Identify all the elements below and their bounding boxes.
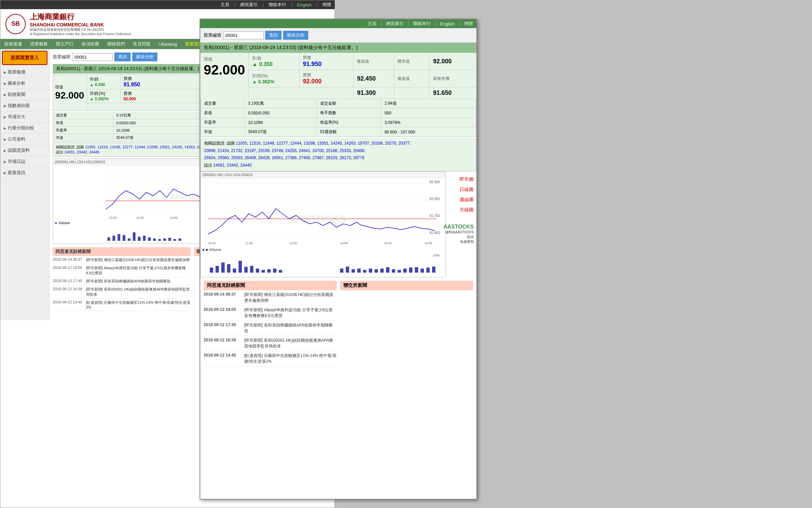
chevron-right-icon: ▶ xyxy=(4,171,6,175)
menu-faq[interactable]: 常見問題 xyxy=(129,39,155,49)
sidebar-item-stock-quote[interactable]: ▶ 股票報價 xyxy=(0,67,49,78)
popup-lot-value: 500 xyxy=(381,108,476,118)
popup-yield-label: 收益率(%) xyxy=(316,118,381,127)
popup-prev-label: 前收市價 xyxy=(433,76,473,82)
popup-chart-link-weekly[interactable]: 週線圖 xyxy=(459,197,474,203)
popup-nav-home[interactable]: 主頁 xyxy=(368,21,377,27)
sidebar-item-warrant[interactable]: ▶ 認股證資料 xyxy=(0,145,49,156)
svg-text:AASTOCKS: AASTOCKS xyxy=(289,213,346,224)
sidebar-item-chart[interactable]: ▶ 圖表分析 xyxy=(0,78,49,89)
svg-rect-72 xyxy=(262,270,265,273)
popup-stock-info-header: 長和(00001) - 星期三 (2018-09-19 14:23:53) (資… xyxy=(200,43,476,53)
current-price-value: 92.000 xyxy=(55,90,85,101)
popup-chart-link-daily[interactable]: 日線圖 xyxy=(459,187,474,193)
popup-news-section: 阿思達克財經新聞 2018-09-14 08:37 [即市新聞] 傳長江基建(0… xyxy=(200,277,476,370)
svg-rect-65 xyxy=(221,262,225,273)
menu-financial[interactable]: 財經速遞 xyxy=(0,39,26,49)
svg-rect-27 xyxy=(158,239,161,241)
popup-chart-link-intraday[interactable]: 即市圖 xyxy=(459,176,474,183)
mktcap-label: 市值 xyxy=(53,134,113,142)
popup-news-item-2: 2018-09-12 18:05 [即市新聞] AlipayHK推利是功能 分享… xyxy=(204,305,337,321)
query-button[interactable]: 查詢 xyxy=(114,52,131,61)
svg-rect-80 xyxy=(363,270,366,273)
popup-turnover-label: 成交金額 xyxy=(316,99,381,108)
menu-account[interactable]: 開立戶口 xyxy=(52,39,77,49)
svg-rect-82 xyxy=(375,269,378,273)
popup-nav-contact[interactable]: 聯絡本行 xyxy=(413,21,431,27)
svg-text:10:00: 10:00 xyxy=(208,241,216,245)
sidebar-item-company[interactable]: ▶ 公司資料 xyxy=(0,134,49,145)
menu-securities[interactable]: 證券服務 xyxy=(26,39,52,49)
svg-rect-76 xyxy=(340,269,343,273)
sidebar-login-button[interactable]: 股票買賣登入 xyxy=(2,51,47,65)
buy-label: 買價 xyxy=(123,76,198,82)
news-item-5: 2018-09-12 14:45 [虹邊資情] 石藥與中生跌幅擴至11%-14%… xyxy=(53,299,190,311)
popup-chart-button[interactable]: 圖表分析 xyxy=(283,31,308,40)
news-item-2: 2018-09-12 18:05 [即市新聞] AlipayHK推利是功能 分享… xyxy=(53,264,190,277)
bank-reg1: 根據證券及期貨條例第別旨冊機構 CE No.AAJ281 xyxy=(30,27,131,32)
svg-rect-71 xyxy=(256,269,259,273)
popup-stock-code-input[interactable] xyxy=(223,31,264,39)
svg-text:91.450: 91.450 xyxy=(429,231,440,235)
svg-rect-64 xyxy=(216,266,219,273)
main-nav-simplified[interactable]: 簡體 xyxy=(322,2,331,8)
svg-text:10:00: 10:00 xyxy=(109,216,117,219)
popup-subscribe-label: 相關認股證: 認購 xyxy=(204,141,236,146)
chevron-right-icon: ▶ xyxy=(4,160,6,164)
sidebar-item-market-top[interactable]: ▶ 市場廿大 xyxy=(0,111,49,123)
main-nav-contact[interactable]: 聯絡本行 xyxy=(269,2,286,8)
popup-mktcap-value: 3549.07億 xyxy=(245,127,317,137)
bank-name-block: 上海商業銀行 SHANGHAI COMMERCIAL BANK 根據證券及期貨條… xyxy=(30,12,131,36)
chevron-right-icon: ▶ xyxy=(4,93,6,97)
popup-query-button[interactable]: 查詢 xyxy=(265,31,281,40)
popup-nav-simplified[interactable]: 簡體 xyxy=(464,21,473,27)
svg-rect-87 xyxy=(403,269,407,273)
pe-value: 10.1099 xyxy=(113,127,204,134)
main-nav-english[interactable]: English xyxy=(297,2,312,7)
svg-rect-66 xyxy=(227,264,230,273)
news-item-1: 2018-09-14 08:37 [即市新聞] 傳長江基建(01038.HK)探… xyxy=(53,256,190,264)
svg-rect-23 xyxy=(138,237,141,241)
chart-button[interactable]: 圖表分析 xyxy=(132,52,157,61)
popup-volume-legend: ■ ■ Volume xyxy=(201,247,446,252)
popup-news-item-3: 2018-09-12 17:40 [即市新聞] 長和系指將繼續就APA收購尋求相… xyxy=(204,321,337,336)
sidebar-item-news[interactable]: ▶ 財經新聞 xyxy=(0,89,49,100)
svg-rect-30 xyxy=(174,239,176,241)
menu-fees[interactable]: 各項收費 xyxy=(77,39,103,49)
aastocks-news-header: 阿思達克財經新聞 xyxy=(53,247,190,256)
sidebar-item-ipo[interactable]: ▶ 新股資訊 xyxy=(0,167,49,178)
menu-contact[interactable]: 聯絡我們 xyxy=(103,39,129,49)
sidebar-item-sector[interactable]: ▶ 行業分類比較 xyxy=(0,123,49,134)
subscribe-nums: 11055, 11516, 11648, 12277, 12444, 13298… xyxy=(85,145,214,149)
popup-chart-container: (000001.HK) CKH HOLDINGS 92.350 92.050 9… xyxy=(200,171,446,277)
popup-news-item-4: 2018-09-12 16:38 [即市新聞] 長和(00001.HK)組財圓收… xyxy=(204,336,337,351)
svg-rect-67 xyxy=(233,269,236,273)
popup-volume-label: 成交量 xyxy=(201,99,245,108)
popup-nav-index[interactable]: 網頁索引 xyxy=(386,21,404,27)
svg-rect-26 xyxy=(153,238,156,241)
chevron-right-icon: ▶ xyxy=(4,149,6,152)
popup-chart-link-monthly[interactable]: 月線圖 xyxy=(459,207,474,213)
stock-code-label: 股票編號 xyxy=(53,54,70,60)
svg-rect-70 xyxy=(250,266,253,273)
sidebar-item-calendar[interactable]: ▶ 市場日誌 xyxy=(0,156,49,167)
svg-rect-86 xyxy=(398,270,401,273)
sidebar: 股票買賣登入 ▶ 股票報價 ▶ 圖表分析 ▶ 財經新聞 ▶ 指數成份股 ▶ 市場… xyxy=(0,49,49,320)
volume-cell: 成交量 xyxy=(53,112,113,119)
popup-low-price: 91.300 xyxy=(357,89,390,97)
svg-rect-24 xyxy=(143,236,146,241)
change-pct-label: 升/跌(%) xyxy=(90,91,118,97)
svg-text:12:00: 12:00 xyxy=(289,241,297,245)
popup-week52-label: 52週波幅 xyxy=(316,127,381,137)
stock-code-input[interactable] xyxy=(72,53,113,61)
svg-rect-22 xyxy=(133,232,136,241)
main-nav-index[interactable]: 網頁索引 xyxy=(240,2,258,8)
svg-rect-68 xyxy=(239,261,242,273)
spread-label: 差值 xyxy=(53,119,113,127)
popup-change-value: ▲ 0.350 xyxy=(252,61,296,67)
popup-nav-english[interactable]: English xyxy=(440,21,455,26)
main-nav-home[interactable]: 主頁 xyxy=(221,2,229,8)
menu-ibanking[interactable]: i-Banking xyxy=(155,40,181,49)
sidebar-item-index-stocks[interactable]: ▶ 指數成份股 xyxy=(0,100,49,111)
popup-stock-data-table2: 成交量 3.19百萬 成交金額 2.94億 差值 0.050/0.050 每手股… xyxy=(200,99,476,137)
